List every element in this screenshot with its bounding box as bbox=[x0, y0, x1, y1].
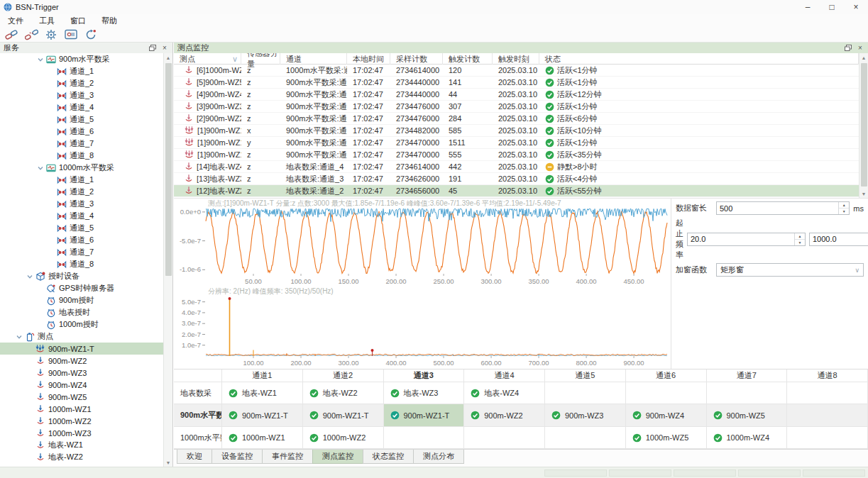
tree-item-通道_7[interactable]: 通道_7 bbox=[0, 246, 163, 258]
tree-scrollbar[interactable]: ▲ ▼ bbox=[163, 53, 172, 467]
tree-item-900m-WZ5[interactable]: 900m-WZ5 bbox=[0, 391, 163, 403]
matrix-cell-地表-WZ2[interactable]: 地表-WZ2 bbox=[303, 382, 384, 404]
tree-item-授时设备[interactable]: 授时设备 bbox=[0, 270, 163, 282]
tree-item-900m-WZ4[interactable]: 900m-WZ4 bbox=[0, 379, 163, 391]
expander-icon[interactable] bbox=[35, 56, 45, 63]
spinner-buttons[interactable]: ▲▼ bbox=[794, 233, 805, 245]
matrix-cell-1000m-WZ2[interactable]: 1000m-WZ2 bbox=[303, 427, 384, 449]
tree-item-900m-WZ2[interactable]: 900m-WZ2 bbox=[0, 355, 163, 367]
spin-down-icon[interactable]: ▼ bbox=[795, 240, 805, 245]
tree-item-通道_6[interactable]: 通道_6 bbox=[0, 126, 163, 138]
tree-item-通道_1[interactable]: 通道_1 bbox=[0, 174, 163, 186]
spin-up-icon[interactable]: ▲ bbox=[795, 233, 805, 240]
disconnect-icon[interactable] bbox=[23, 28, 40, 42]
table-row[interactable]: [6]1000m-WZ1z1000m水平数采:通道_117:02:4727346… bbox=[174, 65, 859, 77]
tree-item-通道_3[interactable]: 通道_3 bbox=[0, 198, 163, 210]
matrix-cell-900m-WZ2[interactable]: 900m-WZ2 bbox=[464, 404, 545, 427]
table-row[interactable]: [1]900m-WZ1-Ty900m水平数采:通道_217:02:4727344… bbox=[174, 137, 859, 149]
matrix-cell-地表-WZ3[interactable]: 地表-WZ3 bbox=[384, 382, 465, 404]
table-row[interactable]: [13]地表-WZ3z地表数采:通道_317:02:47273462600019… bbox=[174, 173, 859, 185]
tab-欢迎[interactable]: 欢迎 bbox=[177, 450, 212, 464]
tree-item-地表-WZ1[interactable]: 地表-WZ1 bbox=[0, 439, 163, 451]
tree-item-通道_4[interactable]: 通道_4 bbox=[0, 210, 163, 222]
tree-item-1000m-WZ1[interactable]: 1000m-WZ1 bbox=[0, 403, 163, 415]
tree-item-1000m授时[interactable]: 1000m授时 bbox=[0, 318, 163, 330]
column-header-传感器分量[interactable]: 传感器分量 bbox=[241, 53, 280, 65]
tree-item-900m-WZ3[interactable]: 900m-WZ3 bbox=[0, 367, 163, 379]
menu-工具[interactable]: 工具 bbox=[31, 14, 62, 27]
tree-item-通道_2[interactable]: 通道_2 bbox=[0, 186, 163, 198]
table-row[interactable]: [4]900m-WZ4z900m水平数采:通道_617:02:472734440… bbox=[174, 89, 859, 101]
table-scrollbar[interactable]: ▲ ▼ bbox=[859, 53, 868, 198]
freq-from-input[interactable] bbox=[688, 233, 794, 245]
scrollbar-thumb[interactable] bbox=[165, 63, 172, 276]
expander-icon[interactable] bbox=[14, 333, 23, 340]
tab-测点分布[interactable]: 测点分布 bbox=[413, 450, 464, 464]
table-row[interactable]: [2]900m-WZ2z900m水平数采:通道_417:02:472734476… bbox=[174, 113, 859, 125]
tree-item-通道_5[interactable]: 通道_5 bbox=[0, 113, 163, 126]
matrix-cell-900m-WZ3[interactable]: 900m-WZ3 bbox=[545, 404, 626, 427]
matrix-cell-900m-WZ1-T[interactable]: 900m-WZ1-T bbox=[303, 404, 384, 427]
tree-item-通道_7[interactable]: 通道_7 bbox=[0, 138, 163, 150]
waveform-chart[interactable]: 0.0e+0-5.0e-7-1.0e-650.00100.00150.00200… bbox=[174, 209, 671, 287]
window-func-select[interactable]: 矩形窗 ∨ bbox=[716, 263, 864, 277]
close-panel-icon[interactable]: × bbox=[856, 44, 864, 52]
tree-item-地表授时[interactable]: 地表授时 bbox=[0, 306, 163, 318]
menu-文件[interactable]: 文件 bbox=[0, 14, 31, 27]
table-row[interactable]: [3]900m-WZ3z900m水平数采:通道_517:02:472734476… bbox=[174, 101, 859, 113]
matrix-cell-900m-WZ5[interactable]: 900m-WZ5 bbox=[707, 404, 788, 427]
tree-item-通道_1[interactable]: 通道_1 bbox=[0, 65, 163, 77]
tree-item-地表-WZ2[interactable]: 地表-WZ2 bbox=[0, 451, 163, 463]
float-panel-icon[interactable] bbox=[844, 44, 852, 52]
connect-icon[interactable] bbox=[3, 28, 20, 42]
tree-item-通道_8[interactable]: 通道_8 bbox=[0, 258, 163, 270]
tree-item-通道_5[interactable]: 通道_5 bbox=[0, 222, 163, 234]
tree-item-1000m-WZ3[interactable]: 1000m-WZ3 bbox=[0, 427, 163, 439]
float-panel-icon[interactable] bbox=[148, 44, 157, 52]
refresh-icon[interactable] bbox=[82, 28, 99, 42]
spin-up-icon[interactable]: ▲ bbox=[839, 202, 849, 209]
matrix-cell-1000m-WZ1[interactable]: 1000m-WZ1 bbox=[222, 427, 303, 449]
scroll-up-icon[interactable]: ▲ bbox=[859, 53, 868, 62]
matrix-cell-900m-WZ4[interactable]: 900m-WZ4 bbox=[626, 404, 707, 427]
tab-设备监控[interactable]: 设备监控 bbox=[211, 450, 263, 464]
tree-item-通道_8[interactable]: 通道_8 bbox=[0, 150, 163, 162]
tab-测点监控[interactable]: 测点监控 bbox=[312, 450, 363, 464]
settings-icon[interactable] bbox=[43, 28, 60, 42]
maximize-button[interactable]: □ bbox=[820, 0, 844, 14]
tree-item-测点[interactable]: 测点 bbox=[0, 330, 163, 343]
tree-item-通道_6[interactable]: 通道_6 bbox=[0, 234, 163, 246]
scroll-down-icon[interactable]: ▼ bbox=[859, 189, 868, 198]
freq-to-input[interactable] bbox=[810, 233, 868, 245]
matrix-cell-地表-WZ1[interactable]: 地表-WZ1 bbox=[222, 382, 303, 404]
matrix-cell-1000m-WZ5[interactable]: 1000m-WZ5 bbox=[626, 427, 707, 449]
close-panel-icon[interactable]: × bbox=[160, 44, 169, 52]
scrollbar-thumb[interactable] bbox=[861, 63, 867, 187]
scroll-up-icon[interactable]: ▲ bbox=[164, 53, 172, 62]
matrix-cell-地表-WZ4[interactable]: 地表-WZ4 bbox=[464, 382, 545, 404]
tab-状态监控[interactable]: 状态监控 bbox=[363, 450, 414, 464]
spectrum-chart[interactable]: 5.0e-74.0e-73.0e-72.0e-71.0e-7100.00200.… bbox=[174, 296, 671, 369]
tree-item-通道_3[interactable]: 通道_3 bbox=[0, 89, 163, 101]
matrix-cell-900m-WZ1-T[interactable]: 900m-WZ1-T bbox=[384, 404, 465, 427]
tab-事件监控[interactable]: 事件监控 bbox=[262, 450, 313, 464]
tree-item-1000m水平数采[interactable]: 1000m水平数采 bbox=[0, 162, 163, 174]
tree-item-900m水平数采[interactable]: 900m水平数采 bbox=[0, 53, 163, 65]
column-header-本地时间[interactable]: 本地时间 bbox=[347, 53, 390, 65]
tree-item-GPS时钟服务器[interactable]: GPS时钟服务器 bbox=[0, 282, 163, 294]
column-header-状态[interactable]: 状态 bbox=[539, 53, 859, 65]
column-header-通道[interactable]: 通道 bbox=[280, 53, 347, 65]
tree-item-通道_4[interactable]: 通道_4 bbox=[0, 101, 163, 113]
menu-帮助[interactable]: 帮助 bbox=[94, 14, 125, 27]
tree-item-900m-WZ1-T[interactable]: 900m-WZ1-T bbox=[0, 343, 163, 355]
column-header-采样计数[interactable]: 采样计数 bbox=[390, 53, 443, 65]
matrix-cell-1000m-WZ4[interactable]: 1000m-WZ4 bbox=[707, 427, 788, 449]
column-header-触发计数[interactable]: 触发计数 bbox=[443, 53, 493, 65]
matrix-cell-900m-WZ1-T[interactable]: 900m-WZ1-T bbox=[222, 404, 303, 427]
table-row[interactable]: [5]900m-WZ5z900m水平数采:通道_717:02:472734440… bbox=[174, 77, 859, 89]
expander-icon[interactable] bbox=[35, 165, 45, 172]
menu-窗口[interactable]: 窗口 bbox=[62, 14, 94, 27]
tree-item-通道_2[interactable]: 通道_2 bbox=[0, 77, 163, 89]
expander-icon[interactable] bbox=[25, 273, 34, 280]
scroll-down-icon[interactable]: ▼ bbox=[164, 458, 172, 467]
